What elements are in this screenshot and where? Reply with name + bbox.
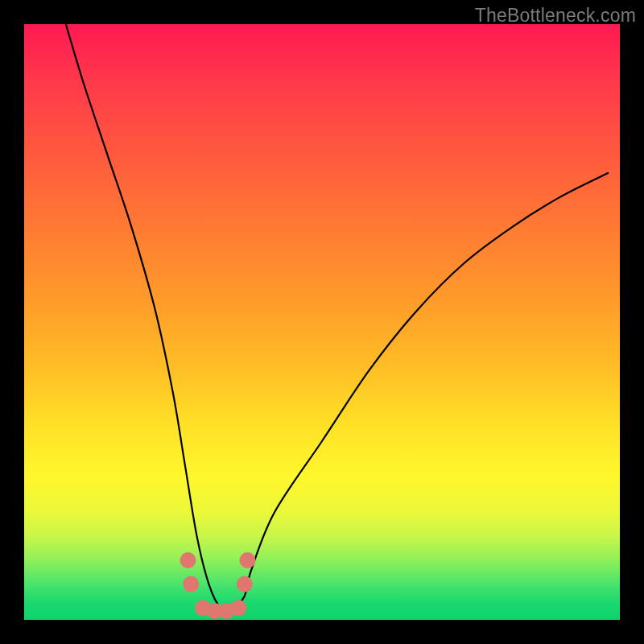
chart-svg [24,24,620,620]
highlight-point [240,552,256,568]
highlight-point [230,600,246,616]
highlight-point [237,576,253,592]
highlight-point [180,552,196,568]
watermark-label: TheBottleneck.com [475,5,636,27]
chart-plot-area [24,24,620,620]
highlight-point [183,576,199,592]
chart-frame: TheBottleneck.com [0,0,644,644]
bottleneck-curve [66,24,608,610]
